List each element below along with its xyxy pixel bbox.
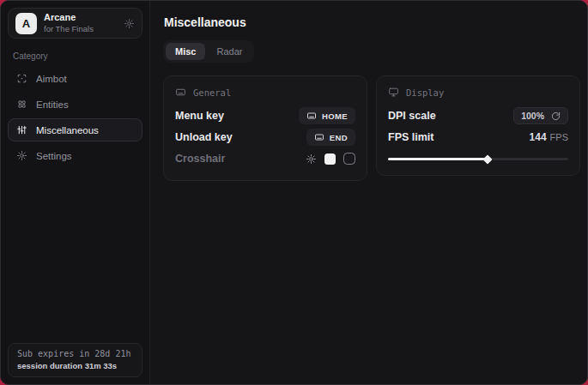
keyboard-icon bbox=[314, 132, 324, 142]
unload-key-row: Unload key END bbox=[175, 127, 355, 147]
tab-bar: Misc Radar bbox=[163, 40, 254, 63]
subscription-info-card: Sub expires in 28d 21h session duration … bbox=[8, 343, 142, 377]
fps-slider-fill bbox=[388, 158, 488, 160]
sidebar: A Arcane for The Finals Category Aimbot bbox=[1, 1, 150, 384]
unload-key-label: Unload key bbox=[175, 131, 233, 143]
unload-key-bind-button[interactable]: END bbox=[306, 129, 355, 146]
crosshair-row: Crosshair bbox=[175, 148, 355, 169]
tab-misc[interactable]: Misc bbox=[166, 43, 205, 60]
tab-radar[interactable]: Radar bbox=[207, 43, 252, 60]
crosshair-label: Crosshair bbox=[175, 153, 225, 165]
general-card: General Menu key HOME Unload key bbox=[163, 75, 367, 181]
crosshair-toggle-checkbox[interactable] bbox=[343, 153, 355, 165]
dpi-scale-row: DPI scale 100% bbox=[388, 105, 568, 126]
general-card-title: General bbox=[193, 87, 231, 98]
dpi-scale-label: DPI scale bbox=[388, 110, 436, 122]
fps-number: 144 bbox=[530, 131, 547, 143]
menu-key-bind-button[interactable]: HOME bbox=[299, 107, 355, 124]
sidebar-item-settings[interactable]: Settings bbox=[8, 144, 142, 167]
cards-row: General Menu key HOME Unload key bbox=[163, 75, 580, 181]
main-content: Miscellaneous Misc Radar General Menu ke… bbox=[150, 1, 588, 384]
sidebar-nav: Aimbot Entities Miscellaneous Settings bbox=[8, 67, 142, 167]
app-header-card: A Arcane for The Finals bbox=[8, 8, 142, 39]
monitor-icon bbox=[388, 87, 399, 98]
sidebar-item-entities[interactable]: Entities bbox=[8, 93, 142, 116]
sidebar-spacer bbox=[8, 167, 142, 343]
atom-icon bbox=[16, 99, 27, 110]
fps-slider-thumb[interactable] bbox=[482, 154, 492, 164]
sidebar-item-label: Entities bbox=[36, 99, 69, 110]
sidebar-item-label: Miscellaneous bbox=[36, 125, 99, 135]
gear-icon bbox=[16, 150, 27, 161]
app-logo: A bbox=[15, 13, 37, 34]
page-title: Miscellaneous bbox=[164, 15, 580, 29]
crosshair-scan-icon bbox=[16, 73, 27, 84]
fps-limit-slider[interactable] bbox=[388, 153, 568, 164]
crosshair-settings-gear-icon[interactable] bbox=[306, 153, 317, 165]
app-titles: Arcane for The Finals bbox=[44, 12, 94, 34]
general-card-header: General bbox=[175, 87, 355, 98]
app-subtitle: for The Finals bbox=[44, 24, 94, 34]
app-title: Arcane bbox=[44, 12, 94, 24]
fps-limit-value: 144 FPS bbox=[530, 131, 568, 143]
refresh-icon bbox=[551, 111, 561, 121]
sidebar-item-aimbot[interactable]: Aimbot bbox=[8, 67, 142, 90]
category-label: Category bbox=[13, 51, 142, 61]
sub-expiry-text: Sub expires in 28d 21h bbox=[17, 349, 133, 358]
crosshair-controls bbox=[306, 153, 355, 165]
sidebar-item-label: Settings bbox=[36, 151, 72, 161]
fps-limit-row: FPS limit 144 FPS bbox=[388, 127, 568, 147]
sidebar-item-miscellaneous[interactable]: Miscellaneous bbox=[8, 118, 142, 141]
sliders-icon bbox=[16, 124, 27, 135]
sidebar-item-label: Aimbot bbox=[36, 74, 67, 84]
dpi-scale-value: 100% bbox=[521, 111, 544, 121]
dpi-scale-button[interactable]: 100% bbox=[513, 107, 568, 124]
fps-limit-label: FPS limit bbox=[388, 131, 433, 143]
session-duration-text: session duration 31m 33s bbox=[17, 361, 133, 370]
menu-key-row: Menu key HOME bbox=[175, 105, 355, 126]
app-window: A Arcane for The Finals Category Aimbot bbox=[0, 0, 588, 385]
display-card: Display DPI scale 100% FPS limit 144 bbox=[376, 75, 580, 176]
display-card-header: Display bbox=[388, 87, 568, 98]
crosshair-color-swatch[interactable] bbox=[324, 153, 336, 165]
unload-key-value: END bbox=[330, 133, 348, 142]
fps-unit: FPS bbox=[550, 132, 568, 142]
keyboard-icon bbox=[306, 111, 317, 121]
keyboard-icon bbox=[175, 87, 186, 98]
menu-key-value: HOME bbox=[322, 111, 348, 121]
menu-key-label: Menu key bbox=[175, 110, 224, 122]
display-card-title: Display bbox=[406, 87, 444, 98]
gear-icon[interactable] bbox=[124, 18, 135, 29]
